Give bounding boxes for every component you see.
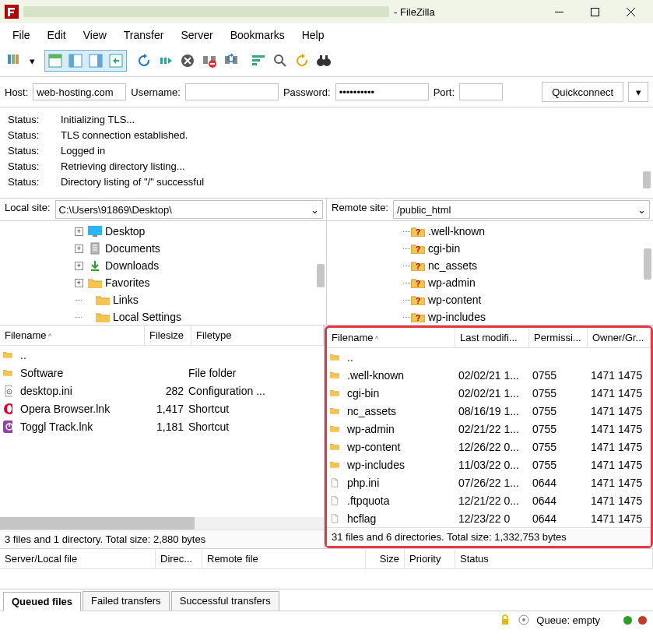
remote-tree[interactable]: ?.well-known?cgi-bin?nc_assets?wp-admin?… — [327, 221, 653, 325]
down-icon — [88, 259, 102, 272]
reconnect-icon[interactable] — [221, 51, 241, 71]
file-row[interactable]: Toggl Track.lnk1,181Shortcut — [0, 417, 324, 435]
tab-queued[interactable]: Queued files — [3, 592, 81, 611]
tree-item[interactable]: ?wp-content — [327, 291, 653, 308]
tab-failed[interactable]: Failed transfers — [83, 591, 170, 611]
username-label: Username: — [131, 86, 181, 98]
menu-help[interactable]: Help — [294, 26, 332, 44]
close-button[interactable] — [613, 0, 648, 23]
col-filename[interactable]: Filename — [327, 328, 455, 347]
file-row[interactable]: .. — [327, 348, 651, 366]
th-remote[interactable]: Remote file — [202, 549, 366, 568]
file-row[interactable]: php.ini07/26/22 1...06441471 1475 — [327, 473, 651, 491]
cancel-icon[interactable] — [177, 51, 198, 71]
file-row[interactable]: wp-includes11/03/22 0...07551471 1475 — [327, 456, 651, 473]
tree-item[interactable]: Links — [0, 291, 326, 308]
tab-successful[interactable]: Successful transfers — [171, 591, 279, 611]
remote-site-combo[interactable]: /public_html⌄ — [393, 200, 650, 219]
file-row[interactable]: nc_assets08/16/19 1...07551471 1475 — [327, 402, 651, 420]
menu-server[interactable]: Server — [173, 26, 220, 44]
tree-item[interactable]: ?cgi-bin — [327, 240, 653, 257]
th-size[interactable]: Size — [366, 549, 405, 568]
lock-icon[interactable] — [499, 614, 511, 626]
tree-item[interactable]: +Downloads — [0, 257, 326, 274]
file-row[interactable]: Opera Browser.lnk1,417Shortcut — [0, 399, 324, 417]
tree-scrollbar[interactable] — [644, 248, 651, 280]
file-row[interactable]: cgi-bin02/02/21 1...07551471 1475 — [327, 384, 651, 402]
minimize-button[interactable] — [541, 0, 577, 23]
tree-item[interactable]: ?wp-admin — [327, 274, 653, 291]
th-priority[interactable]: Priority — [405, 549, 455, 568]
port-label: Port: — [434, 86, 455, 98]
search-icon[interactable] — [270, 51, 290, 71]
svg-point-28 — [323, 58, 331, 66]
tree-scrollbar[interactable] — [317, 264, 325, 287]
file-row[interactable]: .ftpquota12/21/22 0...06441471 1475 — [327, 491, 651, 509]
svg-rect-9 — [49, 55, 61, 58]
toggle-local-tree-icon[interactable] — [65, 51, 86, 71]
username-input[interactable] — [185, 83, 279, 100]
file-row[interactable]: SoftwareFile folder — [0, 364, 324, 382]
col-filetype[interactable]: Filetype — [191, 326, 324, 345]
tree-item[interactable]: +Documents — [0, 240, 326, 257]
maximize-button[interactable] — [577, 0, 613, 23]
process-queue-icon[interactable] — [156, 51, 176, 71]
svg-point-45 — [9, 391, 10, 392]
tree-item[interactable]: ?wp-includes — [327, 308, 653, 325]
site-manager-dropdown-icon[interactable]: ▾ — [26, 51, 37, 71]
disconnect-icon[interactable] — [199, 51, 219, 71]
toggle-log-icon[interactable] — [45, 51, 65, 71]
refresh-icon[interactable] — [134, 51, 154, 71]
col-owner[interactable]: Owner/Gr... — [588, 328, 651, 347]
file-row[interactable]: hcflag12/23/22 006441471 1475 — [327, 509, 651, 527]
local-site-label: Local site: — [0, 199, 55, 220]
local-tree[interactable]: +Desktop+Documents+Downloads+FavoritesLi… — [0, 221, 327, 325]
menu-file[interactable]: File — [5, 26, 38, 44]
local-site-combo[interactable]: C:\Users\91869\Desktop\⌄ — [55, 200, 323, 219]
filter-icon[interactable] — [248, 51, 269, 71]
th-status[interactable]: Status — [455, 549, 653, 568]
col-filename[interactable]: Filename — [0, 326, 145, 345]
file-row[interactable]: .well-known02/02/21 1...07551471 1475 — [327, 366, 651, 384]
folder-icon — [330, 369, 344, 382]
menu-bookmarks[interactable]: Bookmarks — [223, 26, 293, 44]
password-input[interactable] — [335, 83, 429, 100]
file-row[interactable]: .. — [0, 346, 324, 364]
file-row[interactable]: wp-content12/26/22 0...07551471 1475 — [327, 438, 651, 456]
quickconnect-button[interactable]: Quickconnect — [542, 82, 623, 102]
quickconnect-dropdown-icon[interactable]: ▾ — [628, 82, 648, 102]
tree-item[interactable]: ?nc_assets — [327, 257, 653, 274]
port-input[interactable] — [459, 83, 503, 100]
site-manager-icon[interactable] — [5, 51, 25, 71]
ini-icon — [3, 385, 17, 397]
transfer-header: Server/Local file Direc... Remote file S… — [0, 548, 653, 569]
th-server[interactable]: Server/Local file — [0, 549, 156, 568]
host-input[interactable] — [33, 83, 126, 100]
toggle-remote-tree-icon[interactable] — [86, 51, 106, 71]
tree-item[interactable]: +Favorites — [0, 274, 326, 291]
tree-item[interactable]: Local Settings — [0, 308, 326, 325]
unknown-folder-icon: ? — [411, 294, 425, 306]
svg-rect-16 — [203, 56, 208, 64]
menu-view[interactable]: View — [75, 26, 114, 44]
th-direction[interactable]: Direc... — [156, 549, 202, 568]
svg-point-53 — [522, 618, 525, 621]
h-scrollbar[interactable] — [0, 517, 324, 530]
log-scrollbar[interactable] — [643, 171, 651, 188]
menu-edit[interactable]: Edit — [40, 26, 74, 44]
toggle-queue-icon[interactable] — [106, 51, 126, 71]
status-dot-green-icon — [623, 616, 632, 625]
col-lastmod[interactable]: Last modifi... — [455, 328, 529, 347]
binoculars-icon[interactable] — [314, 51, 334, 71]
col-perm[interactable]: Permissi... — [529, 328, 588, 347]
file-row[interactable]: wp-admin02/21/22 1...07551471 1475 — [327, 420, 651, 438]
svg-line-26 — [282, 62, 286, 66]
menu-transfer[interactable]: Transfer — [116, 26, 172, 44]
file-row[interactable]: desktop.ini282Configuration ... — [0, 382, 324, 399]
compare-icon[interactable] — [292, 51, 312, 71]
remote-status: 31 files and 6 directories. Total size: … — [327, 527, 651, 546]
menu-bar: File Edit View Transfer Server Bookmarks… — [0, 23, 653, 48]
col-filesize[interactable]: Filesize — [145, 326, 191, 345]
tree-item[interactable]: +Desktop — [0, 223, 326, 240]
tree-item[interactable]: ?.well-known — [327, 223, 653, 240]
